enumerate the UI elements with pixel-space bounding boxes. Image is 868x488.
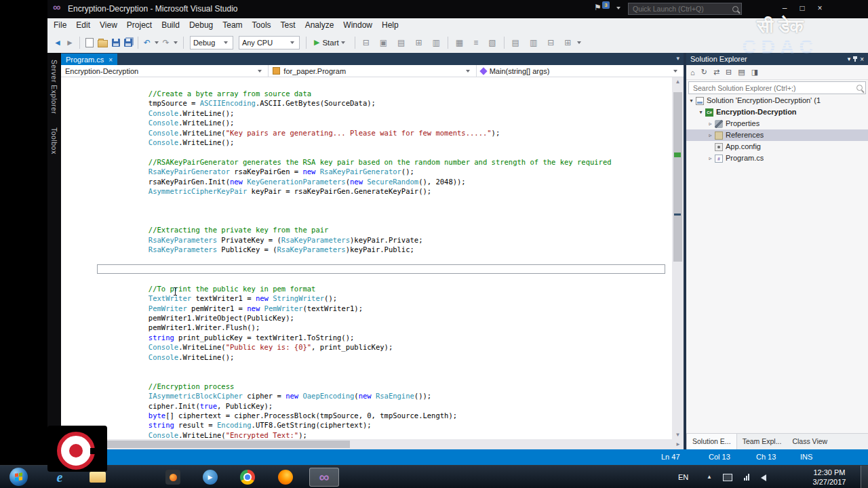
quick-launch-input[interactable]	[631, 4, 732, 14]
menu-item-help[interactable]: Help	[377, 18, 403, 32]
toolbar-toolbox-window-icon[interactable]: ▧	[488, 38, 496, 47]
taskbar-firefox[interactable]	[271, 468, 300, 487]
toolbar-preview-changes-icon[interactable]: ▣	[380, 38, 387, 47]
code-line[interactable]	[97, 255, 672, 264]
toolbar-bookmark-icon[interactable]: ⊟	[547, 38, 554, 47]
code-line[interactable]: RsaKeyParameters PublicKey = (RsaKeyPara…	[97, 245, 672, 254]
minimize-button[interactable]: –	[776, 0, 793, 18]
member-dropdown[interactable]: Main(string[] args)	[477, 65, 684, 77]
menu-item-build[interactable]: Build	[157, 18, 184, 32]
code-line[interactable]: RsaKeyPairGenerator rsaKeyPairGen = new …	[97, 167, 672, 176]
side-tab-toolbox[interactable]: Toolbox	[50, 121, 58, 161]
code-line[interactable]: //Create a byte array from source data	[97, 89, 672, 98]
hidden-icons-chevron-icon[interactable]: ▲	[707, 466, 712, 488]
menu-item-view[interactable]: View	[95, 18, 122, 32]
solution-search-input[interactable]	[692, 83, 854, 93]
code-line[interactable]: //To print the public key in pem format	[97, 284, 672, 293]
code-line[interactable]: Console.WriteLine();	[97, 352, 672, 362]
code-line[interactable]	[97, 274, 672, 283]
menu-item-window[interactable]: Window	[338, 18, 377, 32]
toolbar-command-window-icon[interactable]: ⊞	[415, 38, 422, 47]
toolbar-overflow-chevron-icon[interactable]	[577, 41, 581, 44]
vertical-scrollbar[interactable]: ▲ ▼	[672, 77, 684, 439]
project-dropdown[interactable]: Encryption-Decryption	[61, 65, 269, 77]
panel-close-icon[interactable]: ×	[860, 56, 864, 63]
code-line[interactable]: TextWriter textWriter1 = new StringWrite…	[97, 293, 672, 303]
code-line[interactable]: rsaKeyPairGen.Init(new KeyGenerationPara…	[97, 177, 672, 186]
taskbar-clock[interactable]: 12:30 PM 3/27/2017	[803, 468, 856, 487]
code-line[interactable]: Console.WriteLine("Public key is: {0}", …	[97, 342, 672, 352]
save-icon[interactable]	[112, 39, 120, 47]
menu-item-project[interactable]: Project	[122, 18, 157, 32]
code-line[interactable]: string result = Encoding.UTF8.GetString(…	[97, 420, 672, 430]
window-position-menu-icon[interactable]: ▾	[848, 56, 851, 62]
chevron-collapsed-icon[interactable]: ▹	[707, 118, 714, 129]
feedback-chevron-icon[interactable]	[616, 7, 620, 9]
save-all-icon[interactable]	[124, 39, 132, 47]
redo-history-chevron-icon[interactable]	[174, 41, 178, 44]
start-button[interactable]	[9, 468, 28, 486]
undo-history-chevron-icon[interactable]	[155, 41, 159, 44]
notifications-flag-icon[interactable]: ⚑	[594, 3, 601, 12]
horizontal-scrollbar[interactable]: ◄ ►	[61, 439, 684, 449]
navigate-back-icon[interactable]: ◄	[54, 38, 62, 47]
code-line[interactable]	[97, 206, 672, 216]
scroll-right-icon[interactable]: ►	[675, 441, 681, 447]
toolbar-comment-selection-icon[interactable]: ▤	[512, 38, 519, 47]
code-line[interactable]: RsaKeyParameters PrivateKey = (RsaKeyPar…	[97, 235, 672, 245]
document-well-dropdown-icon[interactable]: ▾	[676, 55, 679, 62]
sync-with-active-document-icon[interactable]: ⇄	[713, 68, 719, 77]
show-all-files-icon[interactable]: ◨	[751, 68, 758, 77]
language-indicator[interactable]: EN	[678, 466, 688, 488]
menu-item-team[interactable]: Team	[218, 18, 247, 32]
panel-tab-solution-e[interactable]: Solution E...	[686, 434, 737, 449]
code-line[interactable]: tmpSource = ASCIIEncoding.ASCII.GetBytes…	[97, 98, 672, 108]
code-line[interactable]	[97, 216, 672, 225]
properties-icon[interactable]: ▤	[738, 68, 745, 77]
chevron-collapsed-icon[interactable]: ▹	[707, 129, 714, 141]
panel-tab-team-expl[interactable]: Team Expl...	[737, 434, 787, 449]
menu-item-tools[interactable]: Tools	[248, 18, 276, 32]
tree-item-solution-encryption-decryption-1[interactable]: ▾Solution 'Encryption-Decryption' (1	[686, 95, 868, 106]
tree-item-encryption-decryption[interactable]: ▾Encryption-Decryption	[686, 106, 868, 118]
chevron-collapsed-icon[interactable]: ▹	[707, 152, 714, 164]
code-line[interactable]: Console.WriteLine();	[97, 138, 672, 147]
network-monitor-icon[interactable]	[723, 474, 732, 481]
vertical-scrollbar-thumb[interactable]	[673, 92, 682, 262]
code-line[interactable]	[97, 147, 672, 157]
undo-icon[interactable]: ↶	[144, 38, 151, 47]
close-button[interactable]: ×	[811, 0, 829, 18]
code-line[interactable]: cipher.Init(true, PublicKey);	[97, 401, 672, 411]
code-line[interactable]: pemWriter1.WriteObject(PublicKey);	[97, 313, 672, 323]
code-line[interactable]	[97, 196, 672, 205]
toolbar-find-in-files-icon[interactable]: ▤	[397, 38, 405, 47]
code-editor[interactable]: //Create a byte array from source data t…	[61, 77, 684, 439]
code-line[interactable]: string print_publicKey = textWriter1.ToS…	[97, 333, 672, 342]
toolbar-uncomment-selection-icon[interactable]: ▥	[530, 38, 537, 47]
chevron-expanded-icon[interactable]: ▾	[688, 95, 695, 106]
code-line[interactable]: Console.WriteLine();	[97, 118, 672, 127]
toolbar-attach-to-process-icon[interactable]: ⊟	[363, 38, 370, 47]
taskbar-visual-studio[interactable]: ∞	[309, 468, 339, 487]
code-line[interactable]: AsymmetricCipherKeyPair keyPair = rsaKey…	[97, 186, 672, 196]
menu-item-edit[interactable]: Edit	[71, 18, 95, 32]
code-line[interactable]: //Encryption process	[97, 382, 672, 391]
code-line[interactable]: //RSAKeyPairGenerator generates the RSA …	[97, 157, 672, 167]
side-tab-server-explorer[interactable]: Server Explorer	[50, 53, 58, 121]
code-line[interactable]	[97, 264, 665, 274]
refresh-icon[interactable]: ↻	[701, 68, 707, 77]
code-line[interactable]: Console.WriteLine("Encrypted Text:");	[97, 430, 672, 439]
solution-platforms-dropdown[interactable]: Any CPU	[239, 36, 300, 49]
menu-item-debug[interactable]: Debug	[184, 18, 218, 32]
quick-launch-box[interactable]	[628, 3, 742, 15]
toolbar-properties-window-icon[interactable]: ≡	[473, 38, 478, 47]
title-bar[interactable]: ∞ Encryption-Decryption - Microsoft Visu…	[47, 0, 868, 18]
taskbar-windows-media-player[interactable]: ▶	[195, 468, 225, 487]
code-line[interactable]: pemWriter1.Writer.Flush();	[97, 323, 672, 332]
scroll-down-icon[interactable]: ▼	[672, 432, 684, 438]
type-dropdown[interactable]: for_paper.Program	[269, 65, 476, 77]
code-line[interactable]	[97, 371, 672, 381]
menu-item-file[interactable]: File	[49, 18, 71, 32]
tab-program-cs[interactable]: Program.cs ×	[61, 54, 117, 66]
scroll-up-icon[interactable]: ▲	[672, 79, 684, 85]
